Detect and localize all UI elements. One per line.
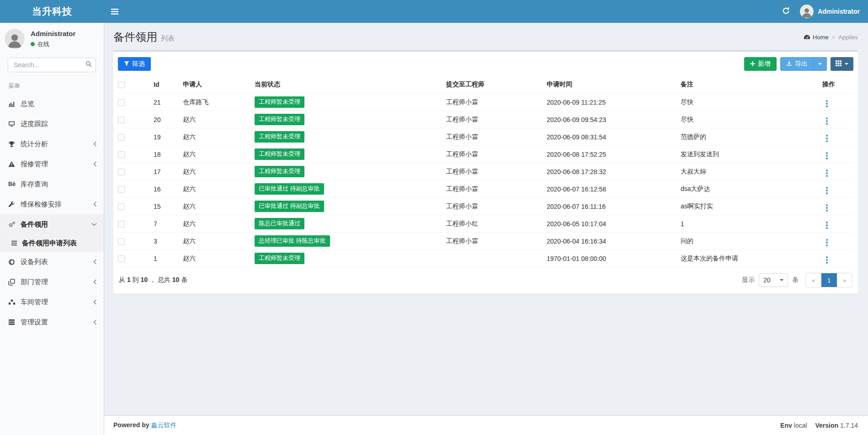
search-input[interactable] (8, 58, 96, 72)
table-row: 7 赵六 陈总已审批通过 工程师小红 2020-06-05 10:17:04 1 (118, 215, 853, 233)
sidebar-item-overview[interactable]: 总览 (0, 94, 104, 114)
show-label: 显示 (742, 276, 755, 284)
cell-remark: 尽快 (681, 94, 822, 111)
export-button[interactable]: 导出 (780, 57, 814, 71)
cell-status: 已审批通过 待副总审批 (255, 198, 446, 215)
grid-icon (836, 60, 841, 68)
table-panel: 筛选 新增 导出 (113, 50, 858, 294)
row-actions-button[interactable] (822, 99, 831, 109)
status-badge: 工程师暂未受理 (255, 166, 304, 177)
row-actions-button[interactable] (822, 186, 831, 196)
row-actions-button[interactable] (822, 255, 831, 265)
row-checkbox[interactable] (118, 134, 125, 141)
column-header: 操作 (822, 75, 853, 94)
row-actions-button[interactable] (822, 133, 831, 143)
table-row: 21 仓库路飞 工程师暂未受理 工程师小霖 2020-06-09 11:21:2… (118, 94, 853, 111)
cell-id: 20 (154, 111, 183, 128)
brand-logo[interactable]: 当升科技 (0, 0, 104, 23)
sidebar-item-progress-tracking[interactable]: 进度跟踪 (0, 114, 104, 134)
row-checkbox[interactable] (118, 238, 125, 245)
pagination-summary: 从 1 到 10 ， 总共 10 条 (119, 276, 187, 284)
prev-page-button[interactable]: « (806, 273, 821, 287)
cell-id: 15 (154, 198, 183, 215)
sidebar-item-department-management[interactable]: 部门管理 (0, 272, 104, 292)
cell-remark: 发送到发送到 (681, 146, 822, 163)
sidebar-item-statistics-analysis[interactable]: 统计分析 (0, 134, 104, 154)
select-all-checkbox[interactable] (118, 81, 125, 88)
row-checkbox[interactable] (118, 169, 125, 175)
page-1-button[interactable]: 1 (821, 273, 837, 287)
row-checkbox[interactable] (118, 151, 125, 158)
row-checkbox[interactable] (118, 117, 125, 123)
cell-id: 1 (154, 250, 183, 267)
page-subtitle: 列表 (161, 34, 175, 42)
table-body: 21 仓库路飞 工程师暂未受理 工程师小霖 2020-06-09 11:21:2… (118, 94, 853, 267)
sidebar-item-spare-parts-apply-list[interactable]: 备件领用申请列表 (0, 234, 104, 252)
column-header: 备注 (681, 75, 822, 94)
cell-remark: 1 (681, 215, 822, 233)
next-page-button[interactable]: » (837, 273, 852, 287)
chevron-left-icon (93, 161, 97, 167)
sidebar-item-repair-management[interactable]: 报修管理 (0, 154, 104, 174)
cell-actions (822, 198, 853, 215)
cell-engineer: 工程师小霖 (446, 233, 547, 250)
cell-status: 工程师暂未受理 (255, 111, 446, 128)
sidebar-item-workshop-management[interactable]: 车间管理 (0, 292, 104, 312)
sidebar-toggle-button[interactable] (104, 0, 125, 23)
avatar (800, 5, 814, 18)
cell-actions (822, 233, 853, 250)
page-size-select[interactable]: 20 (759, 273, 788, 287)
cell-engineer: 工程师小霖 (446, 163, 547, 180)
cell-id: 3 (154, 233, 183, 250)
chevron-left-icon (93, 279, 97, 285)
row-actions-button[interactable] (822, 203, 831, 213)
sidebar-item-spare-parts[interactable]: 备件领用 (0, 214, 104, 234)
breadcrumb-current: Applies (838, 34, 858, 41)
export-dropdown-button[interactable] (814, 57, 827, 71)
sidebar-item-admin-settings[interactable]: 管理设置 (0, 312, 104, 332)
row-checkbox[interactable] (118, 221, 125, 228)
row-checkbox[interactable] (118, 186, 125, 193)
menu-section-label: 菜单 (0, 72, 104, 94)
sidebar-item-device-list[interactable]: 设备列表 (0, 252, 104, 272)
cell-applicant: 赵六 (183, 198, 255, 215)
status-badge: 已审批通过 待副总审批 (255, 183, 324, 195)
cell-status: 工程师暂未受理 (255, 163, 446, 180)
row-actions-button[interactable] (822, 168, 831, 178)
cell-time: 2020-06-07 16:11:16 (547, 198, 681, 215)
chevron-left-icon (93, 299, 97, 305)
online-status: 在线 (31, 40, 75, 48)
column-header: 申请人 (183, 75, 255, 94)
status-badge: 工程师暂未受理 (255, 96, 304, 108)
search-icon[interactable] (85, 61, 92, 69)
chevron-left-icon (93, 319, 97, 325)
sidebar-item-inventory-query[interactable]: Bē库存查询 (0, 174, 104, 194)
row-actions-button[interactable] (822, 238, 831, 248)
breadcrumb-home-link[interactable]: Home (804, 34, 829, 41)
cell-time: 2020-06-09 11:21:25 (547, 94, 681, 111)
cell-applicant: 赵六 (183, 146, 255, 163)
row-actions-button[interactable] (822, 220, 831, 230)
cell-status: 总经理已审批 待陈总审批 (255, 233, 446, 250)
cell-status: 工程师暂未受理 (255, 128, 446, 146)
vendor-link[interactable]: 鑫云软件 (151, 421, 177, 429)
column-header: Id (154, 75, 183, 94)
cell-time: 2020-06-05 10:17:04 (547, 215, 681, 233)
cell-actions (822, 146, 853, 163)
sidebar-item-maintenance-schedule[interactable]: 维保检修安排 (0, 194, 104, 214)
row-actions-button[interactable] (822, 151, 831, 161)
row-checkbox[interactable] (118, 203, 125, 210)
filter-button[interactable]: 筛选 (118, 57, 151, 71)
columns-button[interactable] (831, 57, 853, 71)
cell-applicant: 赵六 (183, 250, 255, 267)
column-header: 提交至工程师 (446, 75, 547, 94)
refresh-button[interactable] (782, 7, 790, 16)
row-checkbox[interactable] (118, 99, 125, 106)
username-label: Administrator (818, 8, 860, 15)
row-checkbox[interactable] (118, 255, 125, 262)
cell-status: 工程师暂未受理 (255, 146, 446, 163)
table-row: 16 赵六 已审批通过 待副总审批 工程师小霖 2020-06-07 16:12… (118, 180, 853, 198)
user-menu[interactable]: Administrator (800, 5, 860, 18)
row-actions-button[interactable] (822, 116, 831, 126)
add-button[interactable]: 新增 (744, 57, 777, 71)
